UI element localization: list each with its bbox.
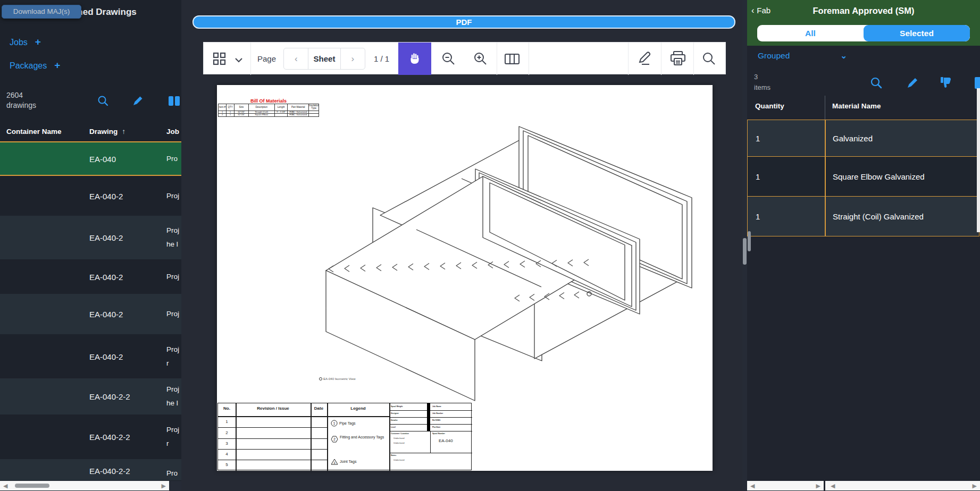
panel-vertical-scrollbar-thumb[interactable] <box>748 231 751 251</box>
column-quantity: Quantity <box>755 102 784 110</box>
drawing-row[interactable]: EA-040-2-2 Proj he l <box>0 378 181 414</box>
tb-col-legend: Legend <box>327 406 389 411</box>
drawing-name: EA-040-2-2 <box>89 392 130 401</box>
drawing-row[interactable]: EA-040-2 Proj <box>0 294 181 334</box>
job-name: Proj <box>166 307 179 321</box>
packages-link[interactable]: Packages <box>10 61 47 70</box>
job-name: Proj <box>166 189 179 203</box>
pdf-toolbar: Page ‹ Sheet › 1 / 1 <box>203 42 726 74</box>
sheet-label[interactable]: Sheet <box>308 48 340 69</box>
hand-icon <box>408 52 422 66</box>
drawing-row[interactable]: EA-040-2 Proj <box>0 176 181 216</box>
material-row[interactable]: 1 Straight (Coil) Galvanized <box>747 197 979 236</box>
drawings-count: 2604drawings <box>6 90 36 111</box>
material-column-scrollbar[interactable]: ◀ ▶ <box>825 481 980 490</box>
drawing-row[interactable]: EA-040-2 Proj <box>0 259 181 294</box>
thumbnails-grid-icon[interactable] <box>212 52 227 68</box>
tb-col-date: Date <box>311 406 327 411</box>
drawing-name: EA-040 <box>89 154 116 163</box>
zoom-out-icon[interactable] <box>441 51 456 69</box>
all-selected-tabs: All Selected <box>757 25 970 41</box>
print-icon[interactable] <box>669 50 686 69</box>
job-name: Proj r <box>166 423 179 451</box>
job-name: Pro <box>166 152 178 166</box>
material-row[interactable]: 1 Square Elbow Galvanized <box>747 157 979 197</box>
material-name: Straight (Coil) Galvanized <box>833 212 924 221</box>
legend-joint-tags: 3Joint Tags <box>331 459 356 465</box>
legend-fitting-tags: 2Fitting and Accessory Tags <box>331 435 387 444</box>
chevron-down-icon: ⌄ <box>840 51 847 60</box>
column-drawing-sort[interactable]: Drawing↑ <box>89 128 125 136</box>
job-name: Proj he l <box>166 224 179 251</box>
drawing-name: EA-040-2 <box>89 352 123 361</box>
material-name: Galvanized <box>833 134 873 143</box>
pan-hand-button[interactable] <box>398 43 431 75</box>
scroll-left-icon[interactable]: ◀ <box>3 481 7 490</box>
pdf-page: Bill Of Materials Item #QTYSizeDescripti… <box>217 85 713 471</box>
download-maj-button[interactable]: Download MAJ(s) <box>2 5 81 19</box>
drawing-row[interactable]: EA-040-2 Proj r <box>0 334 181 378</box>
scroll-right-icon[interactable]: ▶ <box>816 481 820 490</box>
sort-asc-icon: ↑ <box>122 128 125 136</box>
annotate-pencil-icon[interactable] <box>638 52 654 69</box>
scroll-right-icon[interactable]: ▶ <box>162 481 166 490</box>
scroll-left-icon[interactable]: ◀ <box>750 481 755 490</box>
sheet-navigator: ‹ Sheet › <box>283 48 365 70</box>
next-sheet-button[interactable]: › <box>341 48 365 69</box>
drawing-name: EA-040-2 <box>89 272 123 281</box>
drawing-footnote: EA-040 Isometric View <box>319 377 356 380</box>
sidebar-horizontal-scrollbar[interactable]: ◀ ▶ <box>0 481 169 490</box>
columns-icon[interactable] <box>167 95 180 107</box>
edit-pencil-icon[interactable] <box>131 95 144 107</box>
search-document-icon[interactable] <box>701 51 717 69</box>
column-job: Job <box>166 128 179 136</box>
drawing-name: EA-040-2 <box>89 191 123 200</box>
job-name: Proj r <box>166 343 179 370</box>
thumbs-down-icon[interactable] <box>940 76 953 90</box>
prev-sheet-button[interactable]: ‹ <box>284 48 308 69</box>
materials-list: 1 Galvanized 1 Square Elbow Galvanized 1… <box>747 120 979 236</box>
drawing-row[interactable]: EA-040-2-2 Proj r <box>0 414 181 459</box>
add-job-button[interactable]: + <box>35 36 41 47</box>
material-quantity: 1 <box>756 134 760 143</box>
scrollbar-thumb[interactable] <box>15 484 49 488</box>
material-row[interactable]: 1 Galvanized <box>747 120 979 157</box>
grouped-dropdown[interactable]: Grouped⌄ <box>758 51 847 61</box>
search-icon[interactable] <box>869 76 883 90</box>
add-package-button[interactable]: + <box>54 60 60 71</box>
svg-text:3: 3 <box>333 461 336 464</box>
drawing-name: EA-040-2-2 <box>89 467 130 476</box>
scroll-right-icon[interactable]: ▶ <box>973 481 977 490</box>
svg-text:1: 1 <box>333 421 336 425</box>
footnote-circle-icon <box>319 377 322 380</box>
chevron-down-icon[interactable] <box>234 56 243 65</box>
items-count: 3items <box>754 72 770 93</box>
page-indicator: 1 / 1 <box>374 54 389 63</box>
drawing-row[interactable]: EA-040-2-2 Pro <box>0 459 181 480</box>
drawing-row-selected[interactable]: EA-040 Pro <box>0 141 181 176</box>
zoom-in-icon[interactable] <box>473 51 488 69</box>
pdf-header-pill[interactable]: PDF <box>192 15 735 29</box>
tab-all[interactable]: All <box>757 25 864 41</box>
search-icon[interactable] <box>97 95 110 107</box>
jobs-link[interactable]: Jobs <box>10 38 28 47</box>
tab-selected[interactable]: Selected <box>864 25 970 41</box>
legend-pipe-tags: 1Pipe Tags <box>331 420 356 427</box>
edit-pencil-icon[interactable] <box>906 76 919 90</box>
scroll-left-icon[interactable]: ◀ <box>831 481 835 490</box>
viewer-vertical-scrollbar-thumb[interactable] <box>743 238 747 265</box>
panel-right-scrollbar-track[interactable] <box>977 88 980 232</box>
packages-row: Packages+ <box>10 60 60 71</box>
material-quantity: 1 <box>756 172 760 181</box>
panel-header: ‹Fab Foreman Approved (SM) All Selected <box>747 0 980 46</box>
title-block: No. Revision / Issue Date Legend 1 2 3 4… <box>217 403 472 470</box>
materials-panel: ‹Fab Foreman Approved (SM) All Selected … <box>747 0 980 491</box>
job-name: Proj he l <box>166 383 179 410</box>
page-layout-icon[interactable] <box>504 53 520 67</box>
pdf-viewer: PDF Page ‹ Sheet › 1 / 1 <box>181 0 742 491</box>
quantity-column-scrollbar[interactable]: ◀ ▶ <box>747 481 824 490</box>
page-label: Page <box>257 54 276 63</box>
drawing-row[interactable]: EA-040-2 Proj he l <box>0 216 181 259</box>
scrollbar-corner <box>169 481 181 491</box>
app-root: Download MAJ(s) Assigned Drawings Jobs+ … <box>0 0 980 491</box>
